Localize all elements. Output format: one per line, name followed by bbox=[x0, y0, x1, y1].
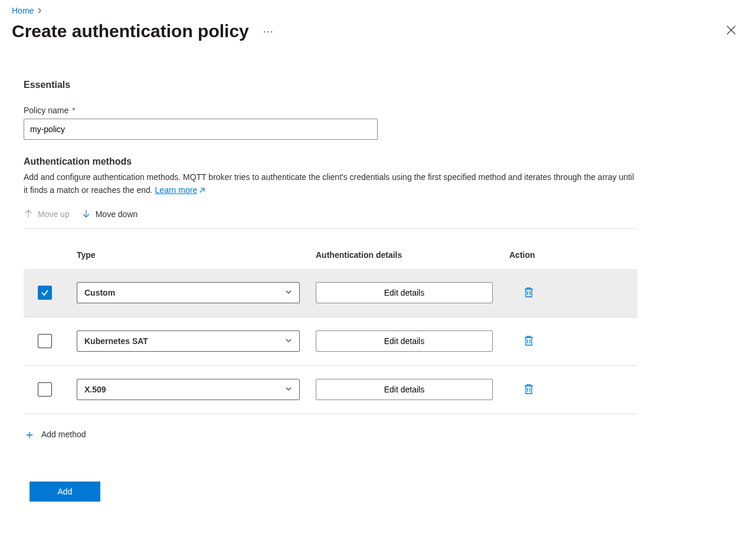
table-row: CustomEdit details bbox=[24, 269, 637, 317]
type-select-value: X.509 bbox=[84, 385, 106, 394]
breadcrumb-home-link[interactable]: Home bbox=[12, 6, 34, 15]
edit-details-button[interactable]: Edit details bbox=[316, 282, 493, 303]
page-title: Create authentication policy bbox=[12, 21, 249, 41]
delete-button[interactable] bbox=[520, 335, 538, 352]
table-header: Type Authentication details Action bbox=[24, 250, 637, 269]
column-header-type: Type bbox=[77, 250, 316, 260]
trash-icon bbox=[523, 339, 534, 348]
add-method-button[interactable]: ＋ Add method bbox=[24, 428, 637, 440]
more-actions-button[interactable]: ··· bbox=[261, 23, 276, 40]
learn-more-link[interactable]: Learn more bbox=[155, 185, 206, 195]
auth-methods-heading: Authentication methods bbox=[24, 156, 637, 167]
arrow-down-icon bbox=[81, 209, 91, 220]
trash-icon bbox=[523, 387, 534, 397]
column-header-action: Action bbox=[509, 250, 535, 260]
auth-methods-description: Add and configure authentication methods… bbox=[24, 171, 637, 198]
policy-name-label: Policy name * bbox=[24, 106, 637, 115]
edit-details-button[interactable]: Edit details bbox=[316, 330, 493, 352]
external-link-icon bbox=[198, 185, 205, 198]
chevron-down-icon bbox=[285, 288, 292, 297]
edit-details-button[interactable]: Edit details bbox=[316, 379, 493, 400]
add-button[interactable]: Add bbox=[30, 482, 100, 502]
move-down-button[interactable]: Move down bbox=[81, 209, 138, 220]
row-checkbox[interactable] bbox=[38, 382, 52, 397]
plus-icon: ＋ bbox=[24, 428, 35, 440]
type-select[interactable]: X.509 bbox=[77, 379, 300, 400]
delete-button[interactable] bbox=[520, 287, 538, 303]
required-marker: * bbox=[72, 106, 75, 115]
delete-button[interactable] bbox=[520, 384, 538, 400]
table-row: Kubernetes SATEdit details bbox=[24, 317, 637, 366]
chevron-down-icon bbox=[285, 385, 292, 394]
trash-icon bbox=[523, 290, 534, 300]
row-checkbox[interactable] bbox=[38, 286, 52, 300]
chevron-down-icon bbox=[285, 336, 292, 346]
move-toolbar: Move up Move down bbox=[24, 209, 637, 229]
type-select-value: Custom bbox=[84, 288, 115, 297]
type-select[interactable]: Kubernetes SAT bbox=[77, 330, 300, 352]
table-row: X.509Edit details bbox=[24, 366, 637, 414]
type-select-value: Kubernetes SAT bbox=[84, 336, 148, 346]
move-up-button[interactable]: Move up bbox=[24, 209, 70, 220]
arrow-up-icon bbox=[24, 209, 33, 220]
essentials-heading: Essentials bbox=[24, 80, 637, 90]
row-checkbox[interactable] bbox=[38, 334, 52, 348]
chevron-right-icon bbox=[37, 6, 43, 15]
close-button[interactable] bbox=[721, 22, 741, 40]
policy-name-input[interactable] bbox=[24, 119, 378, 140]
type-select[interactable]: Custom bbox=[77, 282, 300, 303]
breadcrumb: Home bbox=[12, 6, 741, 15]
column-header-auth-details: Authentication details bbox=[316, 250, 509, 260]
